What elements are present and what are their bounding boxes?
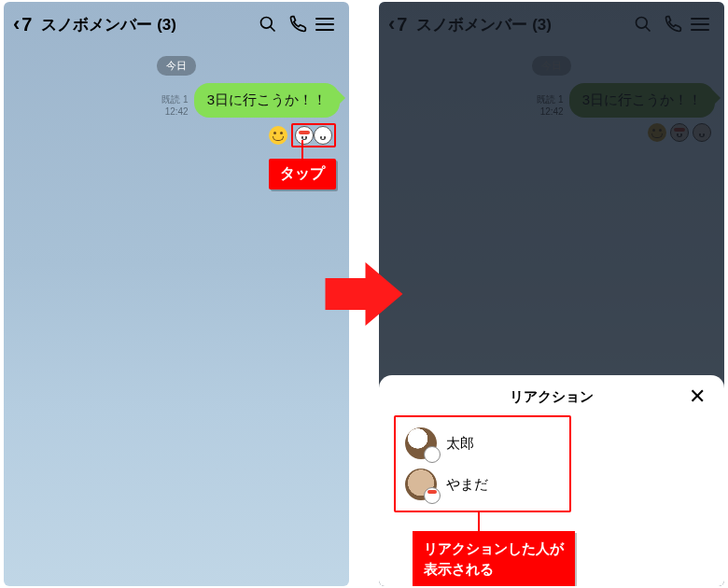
transition-arrow-icon [326,262,403,326]
reaction-caption: リアクションした人が 表示される [413,531,575,586]
person-name: やまだ [446,476,488,494]
phone-screen-before: ‹ 7 スノボメンバー (3) 今日 既読 1 12:42 3日に行こうか！！ [4,2,349,586]
tap-annotation: タップ [269,140,336,189]
svg-line-1 [271,27,275,32]
reaction-sheet: リアクション ✕ 太郎 やまだ リアクションした人が 表示される [379,375,724,586]
avatar [405,427,437,459]
list-item[interactable]: やまだ [403,464,562,505]
close-icon[interactable]: ✕ [689,386,706,407]
reaction-people-list: 太郎 やまだ [394,415,571,512]
message-bubble[interactable]: 3日に行こうか！！ [194,83,340,118]
phone-screen-after: ‹ 7 スノボメンバー (3) 今日 既読 1 12:4 [379,2,724,586]
tap-label: タップ [269,159,336,189]
unread-count: 7 [21,14,32,35]
chevron-left-icon: ‹ [13,14,20,35]
reaction-badge-icon [424,446,441,463]
sheet-title: リアクション [510,388,594,406]
chat-title: スノボメンバー (3) [41,14,176,35]
list-item[interactable]: 太郎 [403,423,562,464]
read-status: 既読 1 [161,93,188,105]
svg-point-0 [261,18,273,29]
back-button[interactable]: ‹ 7 [13,14,35,35]
phone-icon[interactable] [286,15,310,34]
person-name: 太郎 [446,435,474,453]
menu-icon[interactable] [315,18,340,31]
message-row: 既読 1 12:42 3日に行こうか！！ [4,81,349,119]
message-time: 12:42 [161,105,188,118]
date-separator: 今日 [157,56,196,76]
search-icon[interactable] [256,15,280,34]
avatar [405,469,437,500]
annotation-connector [478,512,480,531]
message-meta: 既読 1 12:42 [161,93,188,118]
chat-header: ‹ 7 スノボメンバー (3) [4,2,349,47]
reaction-badge-icon [424,487,441,504]
